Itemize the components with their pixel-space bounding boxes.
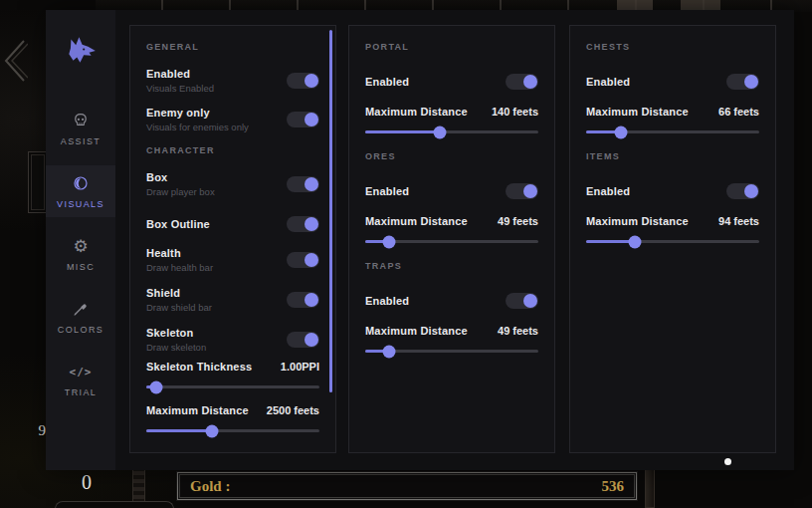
panel-scrollbar[interactable]	[329, 30, 332, 392]
sidebar-item-misc[interactable]: ⚙ MISC	[46, 228, 115, 280]
toggle-switch[interactable]	[287, 216, 319, 232]
slider-row-skeleton-thickness: Skeleton Thickness 1.00PPI	[146, 361, 319, 388]
toggle-row-traps-enabled: Enabled	[365, 293, 538, 309]
hud-counter: 9	[28, 422, 46, 439]
sidebar-item-trial[interactable]: </> TRIAL	[46, 354, 115, 405]
hud-tray	[55, 501, 174, 508]
toggle-switch[interactable]	[726, 74, 759, 90]
sidebar-item-assist[interactable]: ASSIST	[46, 103, 115, 154]
slider-value: 140 feets	[492, 106, 538, 118]
section-header: TRAPS	[365, 261, 538, 271]
slider-knob[interactable]	[614, 126, 627, 138]
slider-row-items-distance: Maximum Distance 94 feets	[586, 215, 759, 243]
slider-fill	[365, 130, 440, 133]
setting-label: Box	[146, 171, 215, 183]
toggle-knob	[744, 184, 758, 198]
toggle-switch[interactable]	[287, 176, 319, 192]
slider-row-ores-distance: Maximum Distance 49 feets	[365, 215, 538, 243]
setting-sublabel: Visuals for enemies only	[146, 122, 249, 132]
toggle-row-box-outline: Box Outline	[146, 216, 319, 232]
back-chevron-icon	[2, 38, 28, 88]
slider-value: 94 feets	[718, 215, 759, 227]
toggle-switch[interactable]	[287, 112, 319, 127]
toggle-knob	[304, 293, 318, 307]
toggle-row-box: Box Draw player box	[146, 171, 319, 197]
setting-label: Enabled	[586, 76, 630, 88]
setting-sublabel: Draw skeleton	[146, 342, 206, 353]
setting-label: Maximum Distance	[365, 215, 468, 227]
gold-label: Gold :	[190, 478, 230, 495]
setting-label: Box Outline	[146, 218, 210, 230]
toggle-row-shield: Shield Draw shield bar	[146, 287, 319, 313]
sidebar: ASSIST VISUALS ⚙ MISC	[46, 10, 115, 470]
slider-knob[interactable]	[628, 235, 641, 248]
toggle-switch[interactable]	[726, 183, 759, 199]
toggle-row-chests-enabled: Enabled	[586, 74, 759, 90]
panel-general-character: GENERAL Enabled Visuals Enabled Enemy on…	[129, 25, 336, 453]
gear-icon: ⚙	[71, 236, 91, 256]
eyedropper-icon	[71, 299, 91, 319]
section-header: ITEMS	[586, 151, 759, 161]
slider-row-max-distance: Maximum Distance 2500 feets	[146, 404, 319, 432]
slider-track[interactable]	[586, 130, 759, 133]
slider-knob[interactable]	[150, 381, 163, 393]
slider-row-traps-distance: Maximum Distance 49 feets	[365, 325, 538, 353]
slider-track[interactable]	[146, 429, 319, 432]
section-header: ORES	[365, 151, 538, 161]
slider-knob[interactable]	[206, 424, 219, 437]
sidebar-item-label: ASSIST	[61, 136, 101, 146]
toggle-switch[interactable]	[506, 183, 538, 199]
setting-sublabel: Draw shield bar	[146, 302, 212, 313]
setting-label: Enabled	[146, 68, 214, 80]
setting-label: Maximum Distance	[365, 325, 468, 337]
toggle-knob	[304, 113, 318, 127]
toggle-switch[interactable]	[287, 73, 319, 89]
section-header: CHESTS	[586, 42, 759, 52]
panel-portal-ores-traps: PORTAL Enabled Maximum Distance 140 feet…	[348, 25, 555, 453]
sidebar-item-label: VISUALS	[57, 199, 104, 209]
setting-label: Health	[146, 247, 213, 259]
toggle-knob	[523, 184, 537, 198]
gold-bar: Gold : 536	[177, 472, 637, 500]
slider-row-chests-distance: Maximum Distance 66 feets	[586, 106, 759, 133]
toggle-switch[interactable]	[506, 74, 538, 90]
toggle-switch[interactable]	[287, 252, 319, 268]
toggle-knob	[304, 333, 318, 347]
slider-track[interactable]	[365, 350, 538, 353]
sidebar-item-colors[interactable]: COLORS	[46, 291, 115, 343]
page-indicator-dot[interactable]	[724, 458, 731, 465]
wolf-logo	[46, 26, 115, 74]
skull-icon	[71, 111, 91, 130]
sidebar-item-label: TRIAL	[65, 387, 98, 397]
setting-label: Enabled	[365, 76, 409, 88]
toggle-row-skeleton: Skeleton Draw skeleton	[146, 327, 319, 353]
toggle-row-items-enabled: Enabled	[586, 183, 759, 199]
slider-knob[interactable]	[383, 345, 396, 358]
setting-label: Enabled	[586, 185, 630, 197]
slider-track[interactable]	[146, 385, 319, 388]
toggle-row-ores-enabled: Enabled	[365, 183, 538, 199]
setting-label: Enemy only	[146, 107, 249, 119]
toggle-row-enabled: Enabled Visuals Enabled	[146, 68, 319, 94]
toggle-switch[interactable]	[287, 332, 319, 348]
sidebar-item-label: MISC	[67, 262, 95, 272]
toggle-knob	[304, 74, 318, 88]
setting-label: Skeleton	[146, 327, 206, 339]
slider-knob[interactable]	[383, 235, 396, 248]
slider-track[interactable]	[365, 240, 538, 243]
slider-track[interactable]	[586, 240, 759, 243]
setting-label: Shield	[146, 287, 212, 299]
sidebar-item-visuals[interactable]: VISUALS	[46, 165, 115, 217]
toggle-switch[interactable]	[287, 292, 319, 308]
setting-sublabel: Draw health bar	[146, 262, 213, 273]
slider-value: 66 feets	[718, 106, 759, 118]
toggle-knob	[304, 177, 318, 191]
slider-value: 2500 feets	[267, 404, 319, 416]
toggle-knob	[304, 253, 318, 267]
toggle-knob	[744, 75, 758, 89]
slider-track[interactable]	[365, 130, 538, 133]
setting-label: Enabled	[365, 185, 409, 197]
slider-knob[interactable]	[433, 126, 446, 138]
toggle-switch[interactable]	[506, 293, 538, 309]
hud-ornament	[645, 466, 655, 508]
